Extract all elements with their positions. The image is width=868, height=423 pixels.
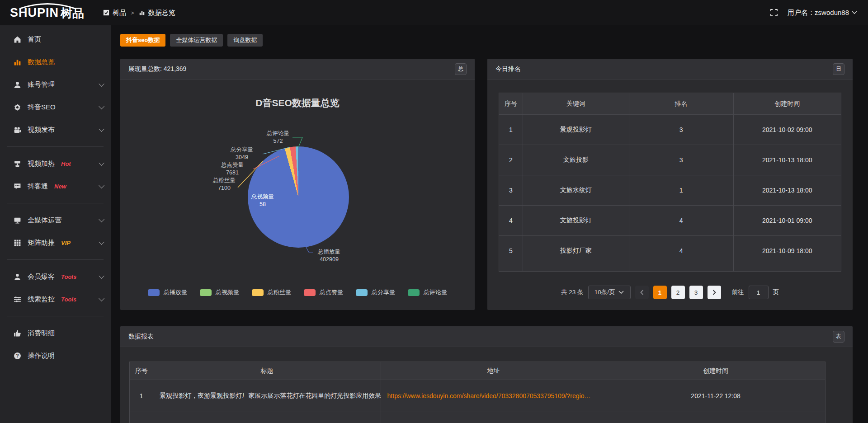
sidebar-item-consume-detail[interactable]: 消费明细 (0, 322, 111, 344)
sidebar-item-media-ops[interactable]: 全媒体运营 (0, 209, 111, 231)
legend-swatch (408, 289, 420, 296)
sidebar-item-badge: Tools (61, 296, 76, 303)
chevron-down-icon (99, 273, 104, 279)
legend-swatch (304, 289, 316, 296)
table-row: 2文旅投影32021-10-13 18:00 (499, 145, 841, 175)
table-cell: 2021-10-13 18:00 (733, 145, 841, 175)
page-button-2[interactable]: 2 (671, 286, 685, 299)
legend-label: 总评论量 (424, 288, 447, 296)
pie-label-0: 总播放量402909 (307, 248, 351, 263)
tab-douyin-seo-data[interactable]: 抖音seo数据 (120, 34, 165, 47)
breadcrumb-separator: > (131, 9, 134, 16)
video-link[interactable]: https://www.iesdouyin.com/share/video/70… (387, 392, 591, 400)
legend-swatch (356, 289, 368, 296)
bar-chart-icon (139, 9, 145, 16)
table-view-badge[interactable]: 表 (833, 331, 844, 343)
sidebar-item-doukertong[interactable]: 抖客通New (0, 175, 111, 197)
legend-label: 总播放量 (164, 288, 187, 296)
sidebar-item-home[interactable]: 首页 (0, 28, 111, 51)
table-row: 4文旅投影灯42021-10-01 09:00 (499, 206, 841, 236)
table-cell: 投影灯厂家 (523, 236, 629, 266)
pie-label-value: 3049 (222, 154, 262, 161)
pagination-total: 共 23 条 (561, 288, 584, 296)
chevron-down-icon (99, 296, 104, 301)
sidebar-item-help[interactable]: ?操作说明 (0, 344, 111, 367)
grid-icon (14, 239, 21, 247)
table-row-partial (130, 412, 826, 423)
column-header: 序号 (130, 362, 153, 380)
prev-page-button[interactable] (635, 286, 649, 299)
ranking-panel-header: 今日排名 日 (487, 59, 853, 80)
sidebar-item-matrix-boost[interactable]: 矩阵助推VIP (0, 231, 111, 254)
sidebar: 首页数据总览账号管理抖音SEO视频发布视频加热Hot抖客通New全媒体运营矩阵助… (0, 25, 111, 423)
sidebar-item-label: 操作说明 (28, 352, 55, 360)
legend-item[interactable]: 总分享量 (356, 288, 395, 296)
column-header: 关键词 (523, 93, 629, 115)
pie-chart-title: D音SEO数据量总览 (120, 97, 475, 109)
page-button-3[interactable]: 3 (689, 286, 703, 299)
legend-item[interactable]: 总播放量 (148, 288, 187, 296)
chevron-down-icon (99, 160, 104, 166)
sidebar-item-label: 首页 (28, 35, 41, 44)
table-cell: https://www.iesdouyin.com/share/video/70… (381, 380, 606, 412)
brand-logo[interactable]: SHUPIN 树品 (10, 7, 84, 19)
legend-swatch (200, 289, 212, 296)
sidebar-item-account[interactable]: 账号管理 (0, 73, 111, 96)
sidebar-item-label: 消费明细 (28, 329, 55, 338)
pie-label-value: 7681 (212, 169, 252, 177)
sidebar-divider (7, 259, 104, 260)
sidebar-item-label: 抖音SEO (28, 103, 56, 112)
column-header: 序号 (499, 93, 523, 115)
table-row-partial (499, 266, 841, 272)
breadcrumb-root[interactable]: 树品 (113, 9, 126, 17)
daily-view-badge[interactable]: 日 (833, 63, 844, 75)
legend-item[interactable]: 总点赞量 (304, 288, 343, 296)
home-icon (14, 36, 21, 43)
pagination: 共 23 条10条/页123前往1页 (487, 286, 853, 299)
pie-label-value: 402909 (307, 256, 351, 263)
pie-label-name: 总粉丝量 (204, 177, 244, 184)
legend-swatch (148, 289, 160, 296)
next-page-button[interactable] (708, 286, 721, 299)
user-menu[interactable]: 用户名：zswodun88 (788, 9, 857, 17)
sidebar-item-douyin-seo[interactable]: 抖音SEO (0, 96, 111, 118)
sidebar-item-label: 会员爆客 (28, 273, 55, 281)
table-cell: 1 (499, 115, 523, 145)
legend-item[interactable]: 总评论量 (408, 288, 447, 296)
sidebar-item-member-boom[interactable]: 会员爆客Tools (0, 265, 111, 288)
pie-label-1: 总视频量58 (243, 193, 282, 208)
tab-inquiry-data[interactable]: 询盘数据 (227, 34, 263, 47)
sidebar-item-clue-monitor[interactable]: 线索监控Tools (0, 288, 111, 310)
total-view-badge[interactable]: 总 (455, 63, 467, 75)
page-size-select[interactable]: 10条/页 (588, 286, 631, 299)
pie-label-value: 572 (258, 137, 298, 145)
overview-panel: 展现量总数: 421,369 总 D音SEO数据量总览 总播放量402909总视… (120, 59, 475, 310)
legend-item[interactable]: 总粉丝量 (252, 288, 291, 296)
sidebar-item-label: 视频加热 (28, 160, 55, 168)
column-header: 标题 (153, 362, 381, 380)
chevron-down-icon (99, 126, 104, 132)
table-cell (381, 412, 606, 423)
fullscreen-icon[interactable] (770, 9, 778, 16)
page-goto-input[interactable]: 1 (749, 286, 769, 299)
chevron-down-icon (99, 81, 104, 87)
sidebar-item-video-heat[interactable]: 视频加热Hot (0, 152, 111, 175)
chevron-down-icon (99, 216, 104, 222)
table-row: 3文旅水纹灯12021-10-13 18:00 (499, 175, 841, 206)
page-size-value: 10条/页 (594, 288, 615, 296)
pie-label-name: 总点赞量 (212, 161, 252, 169)
chat-icon (14, 183, 21, 190)
monitor-icon (14, 216, 21, 224)
table-cell: 2021-10-01 09:00 (733, 206, 841, 236)
sidebar-item-video-publish[interactable]: 视频发布 (0, 118, 111, 141)
table-cell: 2021-10-02 09:00 (733, 115, 841, 145)
goto-suffix: 页 (773, 288, 779, 296)
legend-item[interactable]: 总视频量 (200, 288, 239, 296)
tab-media-ops-data[interactable]: 全媒体运营数据 (170, 34, 223, 47)
page-button-1[interactable]: 1 (653, 286, 667, 299)
table-cell: 4 (629, 236, 733, 266)
sidebar-item-data-overview[interactable]: 数据总览 (0, 51, 111, 73)
sidebar-item-badge: VIP (61, 240, 71, 246)
table-cell (523, 266, 629, 272)
chevron-down-icon (852, 11, 857, 14)
